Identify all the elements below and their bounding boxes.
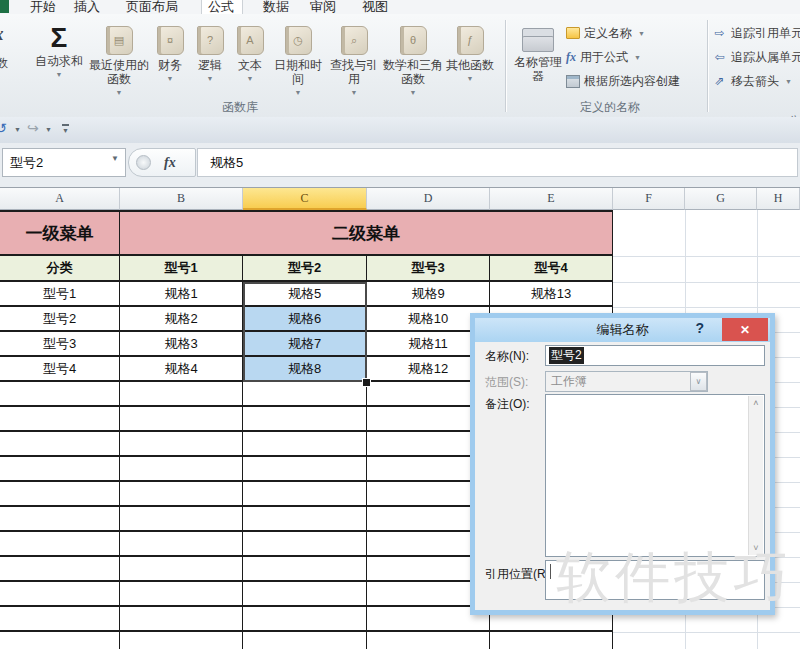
column-header-b[interactable]: B — [120, 188, 243, 210]
cell-empty[interactable] — [0, 532, 120, 557]
cell-empty[interactable] — [0, 557, 120, 582]
cell-empty[interactable] — [120, 632, 243, 649]
cell-empty[interactable] — [0, 382, 120, 407]
cell-data[interactable]: 规格6 — [243, 307, 367, 332]
cell-empty[interactable] — [120, 532, 243, 557]
column-header-d[interactable]: D — [367, 188, 490, 210]
formula-input[interactable]: 规格5 — [197, 148, 798, 177]
cell-data[interactable]: 型号1 — [0, 282, 120, 307]
cell-empty[interactable] — [120, 557, 243, 582]
more-functions-button[interactable]: ƒ 其他函数 ▼ — [444, 18, 496, 83]
cancel-entry-icon[interactable] — [136, 155, 151, 170]
name-box[interactable]: 型号2 — [2, 148, 126, 177]
cell-a1[interactable]: 一级菜单 — [0, 210, 120, 256]
dialog-title-bar[interactable]: 编辑名称 ? ✕ — [475, 318, 770, 342]
cell-empty[interactable] — [243, 532, 367, 557]
cell-empty[interactable] — [243, 607, 367, 632]
cell-empty[interactable] — [243, 382, 367, 407]
cell-data[interactable]: 规格1 — [120, 282, 243, 307]
name-manager-button[interactable]: 名称管理器 — [512, 18, 564, 84]
cell-empty[interactable] — [120, 457, 243, 482]
cell-empty[interactable] — [120, 607, 243, 632]
cell-empty[interactable] — [0, 632, 120, 649]
column-header-f[interactable]: F — [613, 188, 685, 210]
lookup-reference-button[interactable]: ⌕ 查找与引用 ▼ — [326, 18, 382, 97]
cell-empty[interactable] — [243, 407, 367, 432]
cell-data[interactable]: 规格8 — [243, 357, 367, 382]
trace-dependents-button[interactable]: ⇦ 追踪从属单元格 — [712, 46, 800, 68]
scope-dropdown-icon[interactable]: ∨ — [690, 372, 707, 391]
cell-empty[interactable] — [120, 407, 243, 432]
cell-empty[interactable] — [243, 482, 367, 507]
close-icon[interactable]: ✕ — [722, 318, 768, 341]
customize-qat-icon[interactable]: ▼ — [62, 124, 69, 134]
trace-precedents-button[interactable]: ⇨ 追踪引用单元格 — [712, 22, 800, 44]
cell-empty[interactable] — [0, 407, 120, 432]
cell-header-row[interactable]: 型号4 — [490, 256, 613, 282]
cell-data[interactable]: 规格7 — [243, 332, 367, 357]
cell-data[interactable]: 规格13 — [490, 282, 613, 307]
cell-empty[interactable] — [243, 432, 367, 457]
remove-arrows-button[interactable]: ⇗ 移去箭头 ▼ — [712, 70, 792, 92]
cell-empty[interactable] — [120, 482, 243, 507]
cell-header-row[interactable]: 型号2 — [243, 256, 367, 282]
redo-icon[interactable]: ↪ — [27, 120, 39, 136]
scroll-down-icon[interactable]: ˅ — [753, 543, 758, 553]
cell-empty[interactable] — [367, 632, 490, 649]
fill-handle[interactable] — [362, 378, 371, 387]
scope-select[interactable]: 工作簿 — [545, 371, 708, 392]
cell-empty[interactable] — [120, 507, 243, 532]
column-header-h[interactable]: H — [757, 188, 800, 210]
cell-empty[interactable] — [243, 582, 367, 607]
insert-function-button[interactable]: fx 函数 — [0, 18, 28, 71]
cell-empty[interactable] — [120, 432, 243, 457]
date-time-button[interactable]: ◷ 日期和时间 ▼ — [270, 18, 326, 97]
cell-empty[interactable] — [490, 632, 613, 649]
cell-data[interactable]: 型号2 — [0, 307, 120, 332]
cell-header-row[interactable]: 型号3 — [367, 256, 490, 282]
use-in-formula-button[interactable]: fx 用于公式 ▼ — [566, 46, 641, 68]
cell-data[interactable]: 型号3 — [0, 332, 120, 357]
financial-button[interactable]: ¤ 财务 ▼ — [150, 18, 190, 83]
column-header-e[interactable]: E — [490, 188, 613, 210]
cell-data[interactable]: 规格4 — [120, 357, 243, 382]
autosum-button[interactable]: Σ 自动求和 ▼ — [30, 18, 88, 79]
comment-textarea[interactable]: ˄ ˅ — [545, 394, 765, 557]
name-field[interactable]: 型号2 — [545, 345, 765, 366]
undo-dropdown-icon[interactable]: ▼ — [14, 126, 21, 133]
column-header-g[interactable]: G — [685, 188, 757, 210]
text-button[interactable]: A 文本 ▼ — [230, 18, 270, 83]
redo-dropdown-icon[interactable]: ▼ — [45, 126, 52, 133]
cell-data[interactable]: 规格2 — [120, 307, 243, 332]
logical-button[interactable]: ? 逻辑 ▼ — [190, 18, 230, 83]
cell-data[interactable]: 规格5 — [243, 282, 367, 307]
cell-empty[interactable] — [120, 582, 243, 607]
scrollbar[interactable]: ˄ ˅ — [748, 396, 763, 555]
cell-empty[interactable] — [0, 507, 120, 532]
name-box-dropdown-icon[interactable]: ▼ — [111, 154, 119, 163]
cell-empty[interactable] — [0, 607, 120, 632]
cell-header-row[interactable]: 型号1 — [120, 256, 243, 282]
recent-functions-button[interactable]: ▤ 最近使用的函数 ▼ — [88, 18, 150, 97]
cell-empty[interactable] — [0, 582, 120, 607]
define-name-button[interactable]: 定义名称 ▼ — [566, 22, 645, 44]
column-header-c[interactable]: C — [243, 188, 367, 210]
file-tab[interactable] — [0, 0, 9, 13]
cell-empty[interactable] — [243, 632, 367, 649]
cell-empty[interactable] — [0, 432, 120, 457]
cell-empty[interactable] — [0, 457, 120, 482]
cell-data[interactable]: 规格9 — [367, 282, 490, 307]
cell-data[interactable]: 型号4 — [0, 357, 120, 382]
cell-empty[interactable] — [120, 382, 243, 407]
cell-empty[interactable] — [0, 482, 120, 507]
cell-empty[interactable] — [243, 457, 367, 482]
cell-header-row[interactable]: 分类 — [0, 256, 120, 282]
column-header-a[interactable]: A — [0, 188, 120, 210]
cell-data[interactable]: 规格3 — [120, 332, 243, 357]
cell-empty[interactable] — [243, 557, 367, 582]
help-icon[interactable]: ? — [695, 320, 704, 336]
refers-to-field[interactable] — [545, 560, 765, 600]
undo-icon[interactable]: ↺ — [0, 120, 7, 136]
create-from-selection-button[interactable]: 根据所选内容创建 — [566, 70, 680, 92]
insert-function-fx-icon[interactable]: fx — [164, 155, 176, 171]
